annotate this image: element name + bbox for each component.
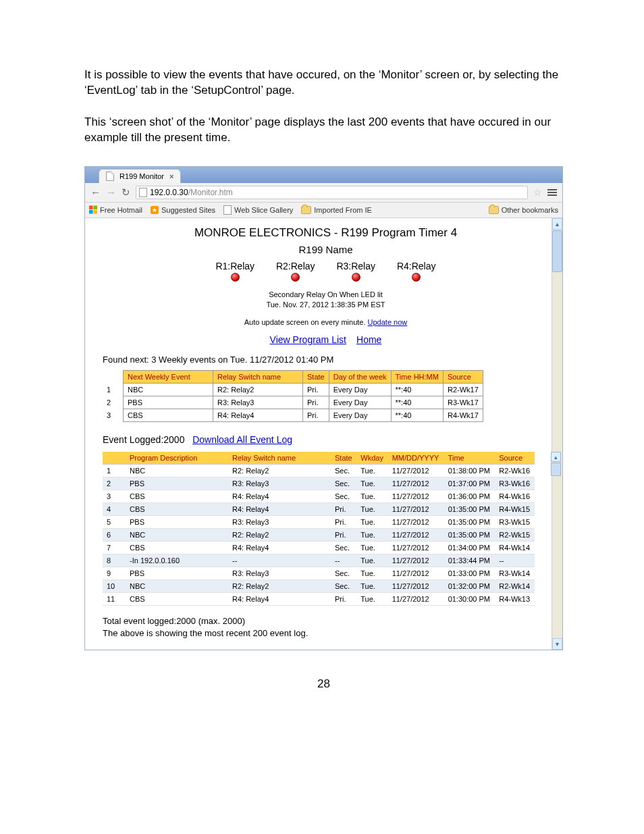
page-icon — [106, 172, 114, 181]
log-scrollbar[interactable]: ▴ — [551, 452, 561, 476]
folder-icon — [489, 206, 499, 214]
bookmarks-bar: Free Hotmail ★ Suggested Sites Web Slice… — [85, 203, 562, 218]
col-time: Time — [444, 452, 495, 465]
tab-title: R199 Monitor — [119, 172, 164, 180]
vertical-scrollbar[interactable]: ▴ ▾ — [552, 218, 562, 650]
paragraph-2: This ‘screen shot’ of the ‘Monitor’ page… — [84, 115, 563, 146]
event-log-table: Program Description Relay Switch name St… — [103, 452, 535, 606]
found-next-heading: Found next: 3 Weekly events on Tue. 11/2… — [103, 355, 549, 365]
browser-tab[interactable]: R199 Monitor × — [99, 169, 181, 183]
col-wkday: Wkday — [356, 452, 387, 465]
secondary-relay-note: Secondary Relay On When LED lit Tue. Nov… — [103, 290, 549, 310]
reload-button[interactable]: ↻ — [122, 187, 130, 197]
scroll-up-icon[interactable]: ▴ — [552, 218, 562, 230]
browser-url-bar: ← → ↻ 192.0.0.30/Monitor.htm ☆ — [85, 183, 562, 203]
table-row: 1NBCR2: Relay2Sec.Tue.11/27/201201:38:00… — [103, 465, 535, 477]
scroll-thumb[interactable] — [552, 230, 562, 272]
table-header-row: Next Weekly Event Relay Switch name Stat… — [103, 371, 483, 384]
download-event-log-link[interactable]: Download All Event Log — [192, 434, 292, 445]
close-icon[interactable]: × — [169, 172, 173, 180]
col-relay-name: Relay Switch name — [228, 452, 331, 465]
table-row: 3CBSR4: Relay4Sec.Tue.11/27/201201:36:00… — [103, 490, 535, 503]
table-row: 4CBSR4: Relay4Pri.Tue.11/27/201201:35:00… — [103, 503, 535, 516]
bookmark-label: Other bookmarks — [502, 206, 558, 214]
relay-3: R3:Relay — [336, 261, 375, 282]
col-relay-name: Relay Switch name — [213, 371, 303, 384]
led-icon — [412, 273, 421, 282]
table-row: 2PBSR3: Relay3Pri.Every Day**:40R3-Wk17 — [103, 396, 483, 409]
bookmark-suggested-sites[interactable]: ★ Suggested Sites — [151, 206, 215, 214]
table-row: 3CBSR4: Relay4Pri.Every Day**:40R4-Wk17 — [103, 409, 483, 422]
table-row: 11CBSR4: Relay4Pri.Tue.11/27/201201:30:0… — [103, 593, 535, 606]
hotmail-icon — [89, 206, 97, 214]
scroll-thumb[interactable] — [551, 463, 561, 476]
event-logged-heading: Event Logged:2000 Download All Event Log — [103, 434, 549, 445]
auto-update-note: Auto update screen on every minute. Upda… — [103, 317, 549, 328]
table-row: 2PBSR3: Relay3Sec.Tue.11/27/201201:37:00… — [103, 477, 535, 490]
view-program-list-link[interactable]: View Program List — [270, 334, 346, 345]
bookmark-free-hotmail[interactable]: Free Hotmail — [89, 206, 142, 214]
folder-icon — [301, 206, 311, 214]
bookmark-imported-from-ie[interactable]: Imported From IE — [301, 206, 372, 214]
relay-1: R1:Relay — [215, 261, 254, 282]
address-field[interactable]: 192.0.0.30/Monitor.htm — [136, 186, 528, 199]
col-source: Source — [495, 452, 535, 465]
bookmark-label: Suggested Sites — [161, 206, 215, 214]
svg-rect-0 — [89, 206, 93, 210]
led-icon — [231, 273, 240, 282]
table-row: 8-In 192.0.0.160----Tue.11/27/201201:33:… — [103, 554, 535, 567]
bookmark-web-slice-gallery[interactable]: Web Slice Gallery — [223, 205, 293, 215]
col-state: State — [303, 371, 329, 384]
totals-footer: Total event logged:2000 (max. 2000) The … — [103, 615, 549, 639]
page-icon — [139, 188, 147, 197]
forward-button[interactable]: → — [106, 187, 116, 197]
svg-rect-1 — [93, 206, 97, 210]
table-row: 10NBCR2: Relay2Sec.Tue.11/27/201201:32:0… — [103, 580, 535, 593]
col-next-event: Next Weekly Event — [124, 371, 213, 384]
led-icon — [352, 273, 360, 282]
col-state: State — [331, 452, 356, 465]
table-row: 7CBSR4: Relay4Sec.Tue.11/27/201201:34:00… — [103, 542, 535, 554]
page-number: 28 — [84, 677, 563, 691]
col-program-desc: Program Description — [126, 452, 228, 465]
table-row: 5PBSR3: Relay3Pri.Tue.11/27/201201:35:00… — [103, 516, 535, 529]
screenshot-frame: R199 Monitor × ← → ↻ 192.0.0.30/Monitor.… — [84, 166, 563, 651]
scroll-up-icon[interactable]: ▴ — [551, 452, 561, 462]
table-header-row: Program Description Relay Switch name St… — [103, 452, 535, 465]
browser-tab-bar: R199 Monitor × — [85, 167, 562, 183]
page-title: MONROE ELECTRONICS - R199 Program Timer … — [103, 226, 549, 240]
star-icon: ★ — [151, 206, 159, 214]
col-source: Source — [443, 371, 483, 384]
bookmark-label: Web Slice Gallery — [234, 206, 293, 214]
menu-icon[interactable] — [547, 189, 557, 196]
svg-rect-2 — [89, 210, 93, 214]
table-row: 1NBCR2: Relay2Pri.Every Day**:40R2-Wk17 — [103, 384, 483, 396]
svg-rect-3 — [93, 210, 97, 214]
bookmark-other-bookmarks[interactable]: Other bookmarks — [489, 206, 558, 214]
relay-status-row: R1:Relay R2:Relay R3:Relay R4:Relay — [103, 261, 549, 282]
star-icon[interactable]: ☆ — [533, 187, 542, 198]
relay-4: R4:Relay — [397, 261, 436, 282]
relay-2: R2:Relay — [276, 261, 315, 282]
next-weekly-events-table: Next Weekly Event Relay Switch name Stat… — [103, 370, 483, 422]
led-icon — [291, 273, 300, 282]
device-name: R199 Name — [103, 244, 549, 255]
col-date: MM/DD/YYYY — [388, 452, 444, 465]
monitor-page: ▴ ▾ MONROE ELECTRONICS - R199 Program Ti… — [85, 218, 562, 650]
col-day: Day of the week — [329, 371, 391, 384]
page-icon — [223, 205, 232, 215]
paragraph-1: It is possible to view the events that h… — [84, 68, 563, 99]
bookmark-label: Imported From IE — [314, 206, 372, 214]
table-row: 9PBSR3: Relay3Sec.Tue.11/27/201201:33:00… — [103, 567, 535, 580]
col-time: Time HH:MM — [391, 371, 443, 384]
url-text: 192.0.0.30/Monitor.htm — [150, 188, 233, 197]
scroll-down-icon[interactable]: ▾ — [552, 638, 562, 650]
back-button[interactable]: ← — [90, 187, 101, 197]
bookmark-label: Free Hotmail — [100, 206, 142, 214]
home-link[interactable]: Home — [356, 334, 381, 345]
update-now-link[interactable]: Update now — [368, 318, 408, 326]
table-row: 6NBCR2: Relay2Pri.Tue.11/27/201201:35:00… — [103, 529, 535, 542]
